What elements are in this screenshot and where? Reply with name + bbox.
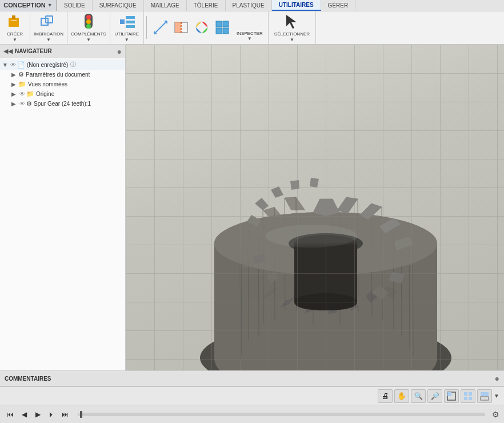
- svg-rect-60: [469, 392, 472, 396]
- svg-rect-0: [9, 18, 19, 27]
- tree-item-root[interactable]: ▼ 👁 📄 (Non enregistré) ⓘ: [0, 59, 125, 70]
- section-icon: [173, 19, 189, 35]
- tree-item-params[interactable]: ▶ ⚙ Paramètres du document: [0, 70, 125, 79]
- tab-plastique[interactable]: PLASTIQUE: [226, 0, 272, 11]
- tab-maillage[interactable]: MAILLAGE: [144, 0, 187, 11]
- svg-rect-19: [175, 22, 181, 33]
- svg-rect-63: [481, 392, 489, 396]
- inspecter-palette-btn[interactable]: [191, 11, 212, 43]
- palette-icon: [194, 19, 210, 35]
- svg-rect-23: [223, 21, 229, 27]
- playback-bar: ⏮ ◀ ▶ ⏵ ⏭ ⚙: [0, 405, 504, 423]
- tree-item-views[interactable]: ▶ 📁 Vues nommées: [0, 79, 125, 89]
- play-prev-btn[interactable]: ◀: [18, 409, 30, 420]
- complements-icon: [79, 13, 98, 31]
- tree-label-views: Vues nommées: [28, 81, 67, 87]
- svg-rect-61: [464, 397, 467, 400]
- selectionner-button[interactable]: SÉLECTIONNER ▼: [270, 11, 314, 43]
- selectionner-label: SÉLECTIONNER: [274, 31, 310, 37]
- print-btn[interactable]: 🖨: [378, 389, 393, 403]
- tree-item-gear[interactable]: ▶ 👁 ⚙ Spur Gear (24 teeth):1: [0, 99, 125, 109]
- selectionner-section: SÉLECTIONNER ▼: [269, 11, 316, 44]
- timeline-settings-btn[interactable]: ⚙: [492, 410, 499, 419]
- svg-line-13: [154, 21, 167, 34]
- navigator-title: NAVIGATEUR: [15, 48, 52, 54]
- inspecter-measure-btn[interactable]: [150, 11, 171, 43]
- svg-rect-64: [481, 397, 489, 400]
- navigator-panel: ◀◀ NAVIGATEUR ● ▼ 👁 📄 (Non enregistré) ⓘ: [0, 45, 126, 370]
- tree-expand-gear[interactable]: ▶: [11, 101, 18, 107]
- imbrication-button[interactable]: IMBRICATION ▼: [30, 11, 67, 43]
- complements-main-btn[interactable]: COMPLÉMENTS ▼: [67, 11, 110, 43]
- zoom-fit-btn[interactable]: 🔎: [427, 389, 442, 403]
- view-dropdown-arrow[interactable]: ▼: [494, 393, 499, 399]
- svg-rect-58: [447, 392, 451, 396]
- comments-bar: COMMENTAIRES ●: [0, 370, 504, 386]
- comments-close-icon[interactable]: ●: [495, 374, 499, 383]
- inspecter-label: INSPECTER: [237, 31, 263, 36]
- tab-gerer[interactable]: GÉRER: [321, 0, 356, 11]
- svg-rect-12: [126, 25, 135, 28]
- tree-info-icon[interactable]: ⓘ: [70, 61, 76, 69]
- nav-tree: ▼ 👁 📄 (Non enregistré) ⓘ ▶ ⚙ Paramètres …: [0, 58, 125, 370]
- tree-expand-params[interactable]: ▶: [11, 71, 18, 78]
- imbrication-arrow: ▼: [46, 37, 51, 42]
- complements-label: COMPLÉMENTS: [71, 31, 106, 37]
- play-last-btn[interactable]: ⏭: [59, 409, 71, 420]
- play-play-btn[interactable]: ▶: [32, 409, 43, 420]
- tab-utilitaires[interactable]: UTILITAIRES: [272, 0, 321, 11]
- utilitaire-button[interactable]: UTILITAIRE ▼: [110, 11, 143, 43]
- svg-rect-3: [41, 18, 48, 25]
- tree-item-origin[interactable]: ▶ 👁 📁 Origine: [0, 89, 125, 99]
- creer-label: CRÉER: [7, 31, 23, 37]
- tree-expand-root[interactable]: ▼: [2, 62, 9, 68]
- svg-rect-24: [216, 28, 222, 34]
- svg-rect-11: [126, 21, 135, 23]
- svg-rect-2: [11, 20, 17, 21]
- tree-icon-params: ⚙: [18, 71, 24, 78]
- comments-title: COMMENTAIRES: [5, 376, 51, 382]
- grid-overlay: [126, 45, 504, 370]
- imbrication-icon: [39, 13, 58, 31]
- complements-arrow: ▼: [86, 37, 91, 42]
- svg-rect-4: [46, 16, 53, 23]
- inspecter-display-btn[interactable]: [212, 11, 233, 43]
- tree-label-params: Paramètres du document: [26, 71, 90, 78]
- tree-eye-origin[interactable]: 👁: [19, 91, 25, 97]
- inspecter-section: INSPECTER ▼: [149, 11, 269, 44]
- tree-icon-views: 📁: [18, 81, 26, 88]
- svg-rect-59: [464, 392, 467, 396]
- timeline-track[interactable]: [78, 413, 485, 416]
- view-mode1-btn[interactable]: [444, 389, 459, 403]
- tree-eye-root[interactable]: 👁: [10, 62, 16, 68]
- creer-icon: [6, 13, 24, 31]
- view-mode3-btn[interactable]: [477, 389, 492, 403]
- tab-solide[interactable]: SOLIDE: [57, 0, 93, 11]
- inspecter-section-btn[interactable]: [171, 11, 191, 43]
- zoom-btn[interactable]: 🔍: [411, 389, 426, 403]
- creer-section: CRÉER ▼: [0, 11, 30, 44]
- pan-btn[interactable]: ✋: [394, 389, 409, 403]
- utilitaire-section: UTILITAIRE ▼: [110, 11, 144, 44]
- measure-icon: [153, 19, 169, 35]
- utilitaire-label: UTILITAIRE: [115, 31, 139, 37]
- tree-eye-gear[interactable]: 👁: [19, 101, 25, 107]
- imbrication-section: IMBRICATION ▼: [30, 11, 67, 44]
- status-bar: 🖨 ✋ 🔍 🔎 ▼: [0, 386, 504, 405]
- play-first-btn[interactable]: ⏮: [5, 409, 16, 420]
- tree-label-root: (Non enregistré): [27, 62, 68, 68]
- viewport[interactable]: [126, 45, 504, 370]
- conception-button[interactable]: CONCEPTION ▼: [0, 0, 57, 11]
- view-mode2-btn[interactable]: [461, 389, 475, 403]
- svg-rect-1: [12, 15, 15, 19]
- svg-rect-9: [120, 19, 125, 24]
- navigator-collapse-icon[interactable]: ◀◀: [3, 47, 13, 55]
- tree-expand-views[interactable]: ▶: [11, 81, 18, 87]
- tree-expand-origin[interactable]: ▶: [11, 91, 18, 97]
- navigator-close-icon[interactable]: ●: [117, 47, 122, 56]
- creer-button[interactable]: CRÉER ▼: [0, 11, 30, 43]
- tab-tolerie[interactable]: TÔLERIE: [187, 0, 226, 11]
- play-next-btn[interactable]: ⏵: [46, 409, 57, 420]
- timeline-handle[interactable]: [80, 411, 82, 418]
- tab-surfacique[interactable]: SURFACIQUE: [93, 0, 144, 11]
